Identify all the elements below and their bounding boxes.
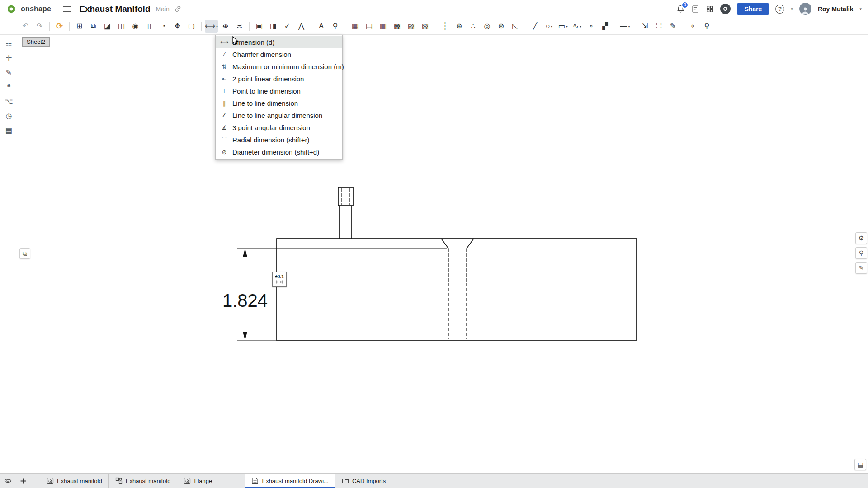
ordinate-dimension-icon[interactable]: ⇹ ▾ — [219, 20, 232, 33]
undo-icon[interactable]: ↶ ▾ — [19, 20, 32, 33]
inspect-icon[interactable]: ⚲ ▾ — [700, 20, 713, 33]
notification-badge: 1 — [681, 1, 689, 9]
weldment-table-icon[interactable]: ▨ ▾ — [405, 20, 418, 33]
help-button[interactable]: ? — [775, 5, 784, 14]
center-mark-icon[interactable]: ⊕ ▾ — [453, 20, 466, 33]
datum-icon[interactable]: ⊛ ▾ — [495, 20, 508, 33]
menu-item-2-point-linear-dimension[interactable]: ⇤ 2 point linear dimension — [216, 73, 342, 85]
text-icon[interactable]: A ▾ — [315, 20, 328, 33]
eraser-icon[interactable]: ✎ ▾ — [666, 20, 679, 33]
share-link-icon[interactable] — [174, 5, 182, 13]
drawing-canvas[interactable]: Sheet2 1.824 ±0 — [18, 35, 868, 473]
auxiliary-view-icon[interactable]: ◪ ▾ — [101, 20, 114, 33]
menu-item-label: 2 point linear dimension — [232, 75, 304, 83]
update-views-icon[interactable]: ⟳ ▾ — [53, 20, 66, 33]
release-notes-icon[interactable] — [691, 5, 699, 14]
tab-manager-button[interactable] — [0, 474, 15, 488]
section-view-icon[interactable]: ◫ ▾ — [115, 20, 128, 33]
user-avatar[interactable] — [799, 3, 811, 15]
note-icon[interactable]: ▣ ▾ — [253, 20, 266, 33]
versions-panel-icon[interactable]: ⌥ — [5, 98, 13, 105]
toolbar-separator: ▾ — [345, 22, 345, 31]
slope-symbol-icon[interactable]: ◺ ▾ — [509, 20, 522, 33]
tab-exhaust-manifold-assembly[interactable]: Exhaust manifold — [109, 474, 178, 488]
comments-panel-icon[interactable]: ❝ — [7, 84, 11, 91]
circle-tool-icon[interactable]: ○ ▾ — [542, 20, 556, 33]
hamburger-menu-icon[interactable] — [63, 6, 71, 12]
tool-caret-icon: ▾ — [216, 24, 218, 28]
menu-item-3-point-angular-dimension[interactable]: ∡ 3 point angular dimension — [216, 122, 342, 134]
point-tool-icon[interactable]: ∘ ▾ — [585, 20, 598, 33]
tab-flange[interactable]: Flange — [177, 474, 245, 488]
edit-tools-icon[interactable]: ✎ — [855, 262, 867, 274]
workspace-label[interactable]: Main — [156, 5, 170, 13]
tab-exhaust-manifold-part[interactable]: Exhaust manifold — [40, 474, 109, 488]
menu-item-max-min-dimension[interactable]: ⇅ Maximum or minimum dimension (m) — [216, 61, 342, 73]
inspect-view-icon[interactable]: ⚲ — [855, 247, 867, 259]
auto-dimension-icon[interactable]: ≍ ▾ — [233, 20, 246, 33]
toolbar-separator: ▾ — [683, 22, 683, 31]
line-style-icon[interactable]: — ▾ — [618, 20, 632, 33]
insert-image-icon[interactable]: ⛶ ▾ — [652, 20, 665, 33]
tab-exhaust-manifold-drawing[interactable]: Exhaust manifold Drawi... — [245, 474, 335, 488]
menu-item-radial-dimension[interactable]: ⌒ Radial dimension (shift+r) — [216, 134, 342, 146]
menu-item-point-to-line-dimension[interactable]: ⊥ Point to line dimension — [216, 85, 342, 97]
menu-item-line-to-line-angular-dimension[interactable]: ∠ Line to line angular dimension — [216, 109, 342, 122]
user-name[interactable]: Roy Mutalik — [818, 5, 854, 13]
surface-finish-icon[interactable]: ✓ ▾ — [281, 20, 294, 33]
check-drawing-icon[interactable]: ⚙ — [855, 232, 867, 244]
callout-icon[interactable]: ◨ ▾ — [267, 20, 280, 33]
tangent-circles-icon[interactable]: ∴ ▾ — [467, 20, 480, 33]
tab-cad-imports[interactable]: CAD Imports — [335, 474, 403, 488]
history-panel-icon[interactable]: ◷ — [6, 113, 12, 120]
share-button[interactable]: Share — [737, 3, 769, 15]
print-preview-icon[interactable]: ▤ — [854, 459, 866, 470]
broken-view-icon[interactable]: ▯ ▾ — [143, 20, 156, 33]
dimension-value[interactable]: 1.824 — [222, 291, 268, 310]
dimension-dropdown-menu: ⟷ Dimension (d) ∕ Chamfer dimension ⇅ Ma… — [215, 35, 343, 160]
markup-panel-icon[interactable]: ✎ — [6, 69, 12, 76]
cosmetic-thread-icon[interactable]: ◎ ▾ — [481, 20, 494, 33]
tables-panel-icon[interactable]: ▤ — [5, 127, 12, 134]
break-out-section-icon[interactable]: ◔ ▾ — [157, 20, 170, 33]
centerline-icon[interactable]: ┆ ▾ — [439, 20, 452, 33]
revision-table-icon[interactable]: ▥ ▾ — [377, 20, 390, 33]
sheet-list-icon[interactable]: ⧉ — [19, 248, 30, 259]
menu-item-line-to-line-dimension[interactable]: ∥ Line to line dimension — [216, 97, 342, 109]
notifications-button[interactable]: 1 — [676, 5, 685, 14]
measure-icon[interactable]: ⌖ ▾ — [686, 20, 699, 33]
hole-table-icon[interactable]: ▤ ▾ — [363, 20, 376, 33]
spline-tool-icon[interactable]: ∿ ▾ — [571, 20, 584, 33]
annotations-panel-icon[interactable]: ✛ — [6, 55, 12, 62]
weld-symbol-icon[interactable]: ⋀ ▾ — [295, 20, 308, 33]
bom-table-icon[interactable]: ▩ ▾ — [391, 20, 404, 33]
menu-item-chamfer-dimension[interactable]: ∕ Chamfer dimension — [216, 48, 342, 61]
rectangle-tool-icon[interactable]: ▭ ▾ — [557, 20, 570, 33]
find-text-icon[interactable]: ⚲ ▾ — [329, 20, 342, 33]
sheet-tab[interactable]: Sheet2 — [22, 37, 50, 47]
left-panel-bar: ⚏ ✛ ✎ ❝ ⌥ ◷ ▤ — [0, 35, 18, 473]
mini-dimension-icon — [276, 280, 283, 284]
projected-view-icon[interactable]: ⧉ ▾ — [87, 20, 100, 33]
move-view-icon[interactable]: ✥ ▾ — [171, 20, 184, 33]
crop-view-icon[interactable]: ▢ ▾ — [185, 20, 198, 33]
dimension-tool-icon[interactable]: ⟷ ▾ — [205, 20, 218, 33]
insert-view-icon[interactable]: ⊞ ▾ — [73, 20, 86, 33]
menu-item-label: Maximum or minimum dimension (m) — [232, 63, 344, 70]
add-tab-button[interactable] — [15, 474, 31, 488]
import-dxf-icon[interactable]: ⇲ ▾ — [638, 20, 651, 33]
table-icon[interactable]: ▦ ▾ — [349, 20, 362, 33]
line-tool-icon[interactable]: ╱ ▾ — [528, 20, 542, 33]
document-tabs: Exhaust manifold Exhaust manifold Flange — [40, 474, 403, 488]
menu-item-diameter-dimension[interactable]: ⊘ Diameter dimension (shift+d) — [216, 146, 342, 158]
help-caret-icon[interactable]: ▾ — [791, 7, 793, 11]
hatch-icon[interactable]: ▞ ▾ — [599, 20, 612, 33]
app-grid-icon[interactable] — [706, 5, 714, 13]
sheets-panel-icon[interactable]: ⚏ — [5, 40, 12, 47]
drawing-view[interactable]: 1.824 — [18, 35, 868, 473]
cut-list-table-icon[interactable]: ▧ ▾ — [419, 20, 432, 33]
learning-center-icon[interactable] — [720, 4, 731, 14]
detail-view-icon[interactable]: ◉ ▾ — [129, 20, 142, 33]
redo-icon[interactable]: ↷ ▾ — [33, 20, 46, 33]
user-menu-caret-icon[interactable]: ▾ — [859, 7, 862, 11]
